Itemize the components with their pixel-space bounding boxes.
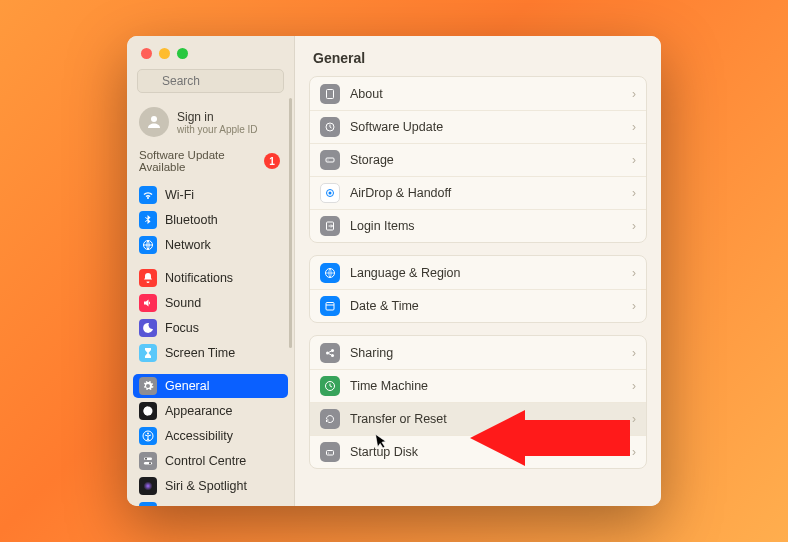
row-storage[interactable]: Storage›	[310, 143, 646, 176]
sidebar-item-label: Siri & Spotlight	[165, 479, 247, 493]
sidebar-item-label: Notifications	[165, 271, 233, 285]
storage-icon	[320, 150, 340, 170]
settings-group: Sharing›Time Machine›Transfer or Reset›S…	[309, 335, 647, 469]
sidebar-item-label: Screen Time	[165, 346, 235, 360]
sign-in-subtitle: with your Apple ID	[177, 124, 258, 135]
chevron-right-icon: ›	[632, 412, 636, 426]
svg-point-10	[149, 462, 151, 464]
sign-in-row[interactable]: Sign in with your Apple ID	[127, 101, 294, 147]
row-label: Storage	[350, 153, 394, 167]
chevron-right-icon: ›	[632, 186, 636, 200]
chevron-right-icon: ›	[632, 445, 636, 459]
sidebar-item-focus[interactable]: Focus	[133, 316, 288, 340]
update-label: Software Update Available	[139, 149, 249, 173]
row-label: Date & Time	[350, 299, 419, 313]
sidebar-item-accessibility[interactable]: Accessibility	[133, 424, 288, 448]
row-language-region[interactable]: Language & Region›	[310, 256, 646, 289]
sidebar-item-label: Focus	[165, 321, 199, 335]
about-icon	[320, 84, 340, 104]
update-badge: 1	[264, 153, 280, 169]
svg-rect-25	[327, 451, 334, 456]
sidebar-nav: Wi-FiBluetoothNetworkNotificationsSoundF…	[127, 183, 294, 506]
disk-icon	[320, 442, 340, 462]
sidebar-item-label: Appearance	[165, 404, 232, 418]
row-airdrop-handoff[interactable]: AirDrop & Handoff›	[310, 176, 646, 209]
bluetooth-icon	[139, 211, 157, 229]
sidebar-item-siri-spotlight[interactable]: Siri & Spotlight	[133, 474, 288, 498]
chevron-right-icon: ›	[632, 120, 636, 134]
chevron-right-icon: ›	[632, 153, 636, 167]
row-date-time[interactable]: Date & Time›	[310, 289, 646, 322]
airdrop-icon	[320, 183, 340, 203]
svg-point-2	[151, 116, 157, 122]
row-login-items[interactable]: Login Items›	[310, 209, 646, 242]
row-software-update[interactable]: Software Update›	[310, 110, 646, 143]
chevron-right-icon: ›	[632, 87, 636, 101]
row-label: Software Update	[350, 120, 443, 134]
chevron-right-icon: ›	[632, 346, 636, 360]
sidebar-item-wi-fi[interactable]: Wi-Fi	[133, 183, 288, 207]
timemachine-icon	[320, 376, 340, 396]
row-label: Startup Disk	[350, 445, 418, 459]
svg-point-16	[329, 192, 332, 195]
sharing-icon	[320, 343, 340, 363]
sidebar-item-screen-time[interactable]: Screen Time	[133, 341, 288, 365]
hourglass-icon	[139, 344, 157, 362]
update-icon	[320, 117, 340, 137]
sidebar-item-privacy-security[interactable]: Privacy & Security	[133, 499, 288, 506]
svg-point-6	[147, 433, 149, 435]
sidebar-item-general[interactable]: General	[133, 374, 288, 398]
zoom-button[interactable]	[177, 48, 188, 59]
row-about[interactable]: About›	[310, 77, 646, 110]
close-button[interactable]	[141, 48, 152, 59]
network-icon	[139, 236, 157, 254]
sidebar-item-notifications[interactable]: Notifications	[133, 266, 288, 290]
calendar-icon	[320, 296, 340, 316]
window-controls	[127, 36, 294, 69]
login-icon	[320, 216, 340, 236]
sidebar-item-label: Network	[165, 238, 211, 252]
sidebar-item-label: Bluetooth	[165, 213, 218, 227]
moon-icon	[139, 319, 157, 337]
hand-icon	[139, 502, 157, 506]
svg-point-11	[144, 482, 153, 491]
svg-point-9	[145, 458, 147, 460]
reset-icon	[320, 409, 340, 429]
content-area: About›Software Update›Storage›AirDrop & …	[295, 76, 661, 506]
sidebar-item-sound[interactable]: Sound	[133, 291, 288, 315]
sidebar-item-label: Privacy & Security	[165, 504, 266, 506]
settings-window: Sign in with your Apple ID Software Upda…	[127, 36, 661, 506]
bell-icon	[139, 269, 157, 287]
sidebar-item-label: Accessibility	[165, 429, 233, 443]
page-title: General	[295, 36, 661, 76]
chevron-right-icon: ›	[632, 379, 636, 393]
scrollbar[interactable]	[289, 98, 292, 348]
sidebar-item-label: Wi-Fi	[165, 188, 194, 202]
sign-in-title: Sign in	[177, 110, 258, 124]
row-label: Language & Region	[350, 266, 461, 280]
row-transfer-or-reset[interactable]: Transfer or Reset›	[310, 402, 646, 435]
chevron-right-icon: ›	[632, 299, 636, 313]
switches-icon	[139, 452, 157, 470]
wifi-icon	[139, 186, 157, 204]
sidebar-item-label: Sound	[165, 296, 201, 310]
row-time-machine[interactable]: Time Machine›	[310, 369, 646, 402]
main-panel: General About›Software Update›Storage›Ai…	[295, 36, 661, 506]
svg-point-15	[328, 160, 329, 161]
row-label: About	[350, 87, 383, 101]
sidebar-item-bluetooth[interactable]: Bluetooth	[133, 208, 288, 232]
software-update-notice[interactable]: Software Update Available 1	[127, 147, 294, 183]
search-input[interactable]	[137, 69, 284, 93]
svg-point-26	[328, 453, 329, 454]
sidebar-item-label: General	[165, 379, 209, 393]
svg-rect-14	[326, 158, 334, 162]
sidebar: Sign in with your Apple ID Software Upda…	[127, 36, 295, 506]
minimize-button[interactable]	[159, 48, 170, 59]
row-sharing[interactable]: Sharing›	[310, 336, 646, 369]
sidebar-item-network[interactable]: Network	[133, 233, 288, 257]
accessibility-icon	[139, 427, 157, 445]
sidebar-item-appearance[interactable]: Appearance	[133, 399, 288, 423]
row-label: Transfer or Reset	[350, 412, 447, 426]
sidebar-item-control-centre[interactable]: Control Centre	[133, 449, 288, 473]
row-startup-disk[interactable]: Startup Disk›	[310, 435, 646, 468]
